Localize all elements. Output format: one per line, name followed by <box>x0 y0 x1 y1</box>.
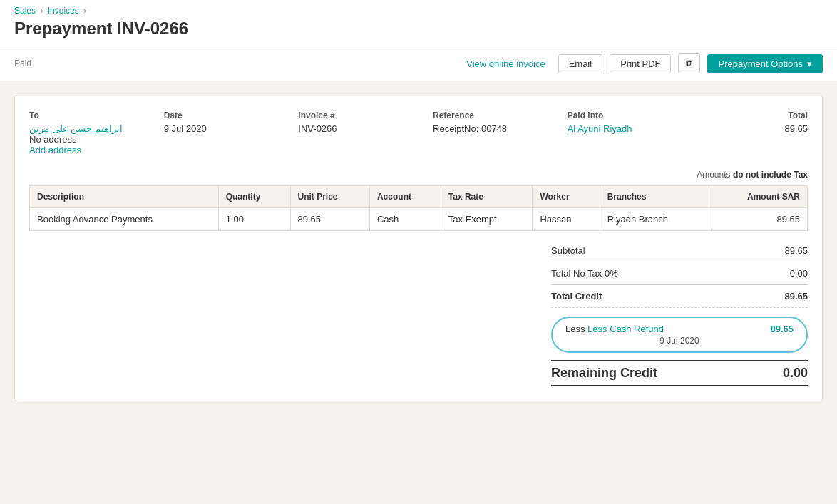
reference-value: ReceiptNo: 00748 <box>433 123 539 134</box>
to-label: To <box>29 110 135 120</box>
total-credit-row: Total Credit 89.65 <box>551 291 808 302</box>
to-col: To ابراهيم حسن على مزين No address Add a… <box>29 110 135 155</box>
cash-refund-link[interactable]: Less Cash Refund <box>587 324 664 334</box>
remaining-credit-label: Remaining Credit <box>551 366 657 381</box>
cash-refund-amount: 89.65 <box>770 324 794 334</box>
total-value: 89.65 <box>702 123 808 134</box>
total-col: Total 89.65 <box>702 110 808 155</box>
subtotal-label: Subtotal <box>551 245 585 256</box>
total-credit-value: 89.65 <box>784 291 808 302</box>
cash-refund-box: Less Less Cash Refund 89.65 9 Jul 2020 <box>551 317 808 353</box>
date-label: Date <box>164 110 270 120</box>
date-value: 9 Jul 2020 <box>164 123 270 134</box>
remaining-credit-row: Remaining Credit 0.00 <box>551 360 808 386</box>
col-quantity: Quantity <box>218 186 290 208</box>
cash-refund-label: Less Less Cash Refund <box>565 324 664 334</box>
page-title: Prepayment INV-0266 <box>14 19 823 46</box>
invoice-card: To ابراهيم حسن على مزين No address Add a… <box>14 96 823 401</box>
invoice-header-row: To ابراهيم حسن على مزين No address Add a… <box>29 110 808 155</box>
status-badge: Paid <box>14 58 31 68</box>
cash-refund-date: 9 Jul 2020 <box>659 336 699 346</box>
breadcrumb-sales[interactable]: Sales <box>14 6 36 16</box>
paid-into-col: Paid into Al Ayuni Riyadh <box>568 110 674 155</box>
copy-button[interactable]: ⧉ <box>678 53 700 73</box>
table-row: Booking Advance Payments 1.00 89.65 Cash… <box>30 208 808 231</box>
reference-col: Reference ReceiptNo: 00748 <box>433 110 539 155</box>
print-pdf-button[interactable]: Print PDF <box>610 54 671 73</box>
reference-label: Reference <box>433 110 539 120</box>
customer-name-link[interactable]: ابراهيم حسن على مزين <box>29 123 123 134</box>
date-col: Date 9 Jul 2020 <box>164 110 270 155</box>
paid-into-label: Paid into <box>568 110 674 120</box>
total-no-tax-label: Total No Tax 0% <box>551 268 618 279</box>
cell-description: Booking Advance Payments <box>30 208 219 231</box>
cell-quantity: 1.00 <box>218 208 290 231</box>
col-branches: Branches <box>600 186 709 208</box>
col-description: Description <box>30 186 219 208</box>
tax-notice: Amounts do not include Tax <box>29 170 808 180</box>
prepayment-options-button[interactable]: Prepayment Options ▾ <box>707 54 823 73</box>
breadcrumb-invoices[interactable]: Invoices <box>48 6 79 16</box>
cell-account: Cash <box>369 208 441 231</box>
divider-2 <box>551 284 808 285</box>
no-address: No address <box>29 134 135 145</box>
col-tax-rate: Tax Rate <box>441 186 533 208</box>
dropdown-arrow-icon: ▾ <box>807 58 812 69</box>
cell-branches: Riyadh Branch <box>600 208 709 231</box>
cell-unit-price: 89.65 <box>290 208 369 231</box>
add-address-link[interactable]: Add address <box>29 145 135 155</box>
total-label: Total <box>702 110 808 120</box>
col-account: Account <box>369 186 441 208</box>
total-no-tax-value: 0.00 <box>790 268 808 279</box>
total-credit-label: Total Credit <box>551 291 602 302</box>
invoice-num-value: INV-0266 <box>298 123 404 134</box>
paid-into-value[interactable]: Al Ayuni Riyadh <box>568 123 632 134</box>
cell-worker: Hassan <box>533 208 600 231</box>
breadcrumb: Sales › Invoices › <box>14 6 823 16</box>
cash-refund-row: Less Less Cash Refund 89.65 <box>565 324 794 334</box>
total-no-tax-row: Total No Tax 0% 0.00 <box>551 268 808 279</box>
col-worker: Worker <box>533 186 600 208</box>
divider-1 <box>551 262 808 262</box>
cell-tax-rate: Tax Exempt <box>441 208 533 231</box>
col-unit-price: Unit Price <box>290 186 369 208</box>
invoice-lines-table: Description Quantity Unit Price Account … <box>29 185 808 231</box>
col-amount-sar: Amount SAR <box>709 186 808 208</box>
totals-section: Subtotal 89.65 Total No Tax 0% 0.00 Tota… <box>29 245 808 386</box>
main-content: To ابراهيم حسن على مزين No address Add a… <box>0 81 837 416</box>
remaining-credit-value: 0.00 <box>783 366 808 381</box>
subtotal-value: 89.65 <box>784 245 808 256</box>
subtotal-row: Subtotal 89.65 <box>551 245 808 256</box>
divider-3 <box>551 307 808 308</box>
invoice-num-col: Invoice # INV-0266 <box>298 110 404 155</box>
invoice-num-label: Invoice # <box>298 110 404 120</box>
cell-amount-sar: 89.65 <box>709 208 808 231</box>
action-bar: Paid View online invoice Email Print PDF… <box>0 46 837 81</box>
email-button[interactable]: Email <box>558 54 603 73</box>
view-online-invoice-button[interactable]: View online invoice <box>461 55 550 73</box>
